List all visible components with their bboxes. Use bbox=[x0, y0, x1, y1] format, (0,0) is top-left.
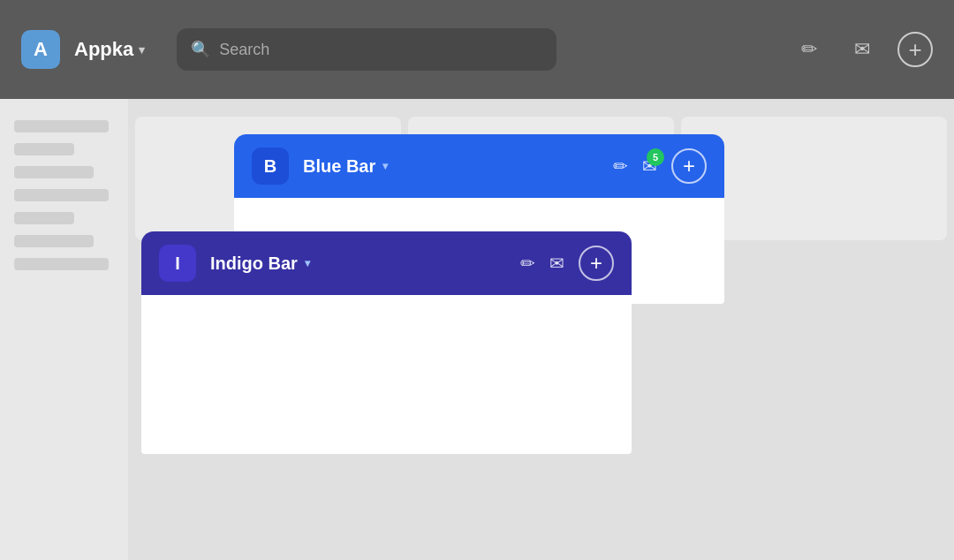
sidebar-item bbox=[14, 212, 74, 224]
blue-bar-add-button[interactable]: + bbox=[671, 148, 707, 184]
blue-bar-title: Blue Bar ▾ bbox=[303, 156, 388, 177]
indigo-bar-body bbox=[141, 295, 632, 454]
mail-badge: 5 bbox=[647, 148, 664, 166]
sidebar-item bbox=[14, 235, 94, 247]
search-input[interactable] bbox=[219, 41, 542, 59]
sidebar-item bbox=[14, 120, 109, 132]
blue-bar-chevron: ▾ bbox=[382, 160, 388, 172]
search-icon: 🔍 bbox=[191, 40, 210, 59]
bg-sidebar bbox=[0, 99, 128, 560]
blue-bar-mail-button[interactable]: ✉ 5 bbox=[642, 155, 657, 177]
sidebar-item bbox=[14, 166, 94, 178]
indigo-bar-header: I Indigo Bar ▾ ✏ ✉ + bbox=[141, 231, 632, 295]
sidebar-item bbox=[14, 189, 109, 201]
indigo-bar-title-text: Indigo Bar bbox=[210, 254, 298, 274]
app-avatar[interactable]: A bbox=[21, 30, 60, 69]
indigo-bar-avatar[interactable]: I bbox=[159, 245, 196, 282]
mail-button[interactable]: ✉ bbox=[844, 32, 880, 67]
indigo-bar-add-button[interactable]: + bbox=[579, 246, 614, 281]
indigo-bar-title: Indigo Bar ▾ bbox=[210, 254, 310, 274]
main-content: I Indigo Bar ▾ ✏ ✉ + B Blue Bar ▾ ✏ ✉ bbox=[0, 99, 954, 560]
blue-bar-avatar[interactable]: B bbox=[252, 148, 289, 185]
indigo-bar-mail-button[interactable]: ✉ bbox=[549, 253, 564, 274]
app-title-text: Appka bbox=[74, 38, 133, 61]
app-title-chevron: ▾ bbox=[139, 43, 145, 57]
app-title[interactable]: Appka ▾ bbox=[74, 38, 145, 61]
top-nav: A Appka ▾ 🔍 ✏ ✉ + bbox=[0, 0, 954, 99]
add-button[interactable]: + bbox=[897, 32, 933, 67]
blue-bar-title-text: Blue Bar bbox=[303, 156, 375, 177]
blue-bar-actions: ✏ ✉ 5 + bbox=[613, 148, 707, 184]
blue-bar-header: B Blue Bar ▾ ✏ ✉ 5 + bbox=[234, 134, 724, 198]
nav-actions: ✏ ✉ + bbox=[791, 32, 933, 67]
indigo-bar-chevron: ▾ bbox=[305, 257, 310, 269]
sidebar-item bbox=[14, 143, 74, 155]
blue-bar-edit-button[interactable]: ✏ bbox=[613, 155, 628, 177]
indigo-bar-edit-button[interactable]: ✏ bbox=[520, 253, 535, 274]
edit-button[interactable]: ✏ bbox=[791, 32, 827, 67]
indigo-bar-actions: ✏ ✉ + bbox=[520, 246, 614, 281]
indigo-bar: I Indigo Bar ▾ ✏ ✉ + bbox=[141, 231, 632, 454]
sidebar-item bbox=[14, 258, 109, 270]
search-bar[interactable]: 🔍 bbox=[177, 28, 556, 71]
